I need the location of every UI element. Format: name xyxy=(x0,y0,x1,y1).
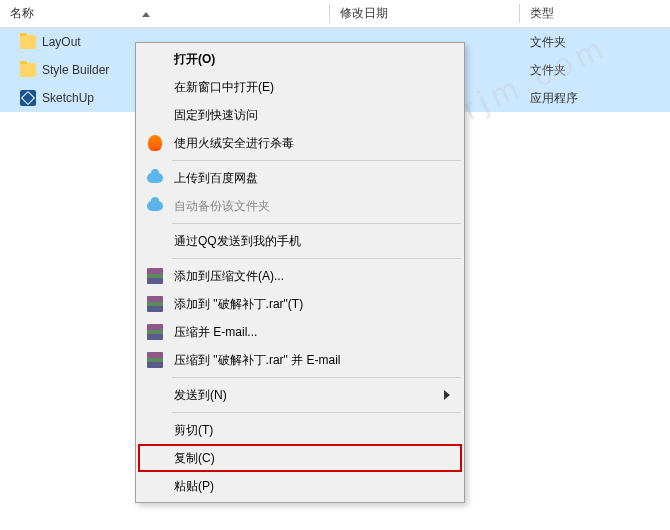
menu-send-to[interactable]: 发送到(N) xyxy=(138,381,462,409)
folder-icon xyxy=(20,35,36,49)
menu-pin-quick-access[interactable]: 固定到快速访问 xyxy=(138,101,462,129)
folder-icon xyxy=(20,63,36,77)
menu-separator xyxy=(172,377,461,378)
menu-rar-add[interactable]: 添加到压缩文件(A)... xyxy=(138,262,462,290)
menu-rar-email[interactable]: 压缩并 E-mail... xyxy=(138,318,462,346)
menu-new-window[interactable]: 在新窗口中打开(E) xyxy=(138,73,462,101)
column-headers: 名称 修改日期 类型 xyxy=(0,0,670,28)
menu-scan-virus[interactable]: 使用火绒安全进行杀毒 xyxy=(138,129,462,157)
rar-icon xyxy=(147,324,163,340)
column-type[interactable]: 类型 xyxy=(520,0,670,27)
context-menu: 打开(O) 在新窗口中打开(E) 固定到快速访问 使用火绒安全进行杀毒 上传到百… xyxy=(135,42,465,503)
menu-separator xyxy=(172,258,461,259)
rar-icon xyxy=(147,268,163,284)
rar-icon xyxy=(147,352,163,368)
rar-icon xyxy=(147,296,163,312)
column-date[interactable]: 修改日期 xyxy=(330,0,520,27)
menu-auto-backup[interactable]: 自动备份该文件夹 xyxy=(138,192,462,220)
menu-rar-add-named[interactable]: 添加到 "破解补丁.rar"(T) xyxy=(138,290,462,318)
column-name-label: 名称 xyxy=(10,5,34,22)
file-type: 应用程序 xyxy=(520,90,670,107)
menu-copy[interactable]: 复制(C) xyxy=(138,444,462,472)
menu-paste[interactable]: 粘贴(P) xyxy=(138,472,462,500)
menu-separator xyxy=(172,223,461,224)
cloud-icon xyxy=(147,201,163,211)
menu-rar-compress-email[interactable]: 压缩到 "破解补丁.rar" 并 E-mail xyxy=(138,346,462,374)
menu-upload-baidu[interactable]: 上传到百度网盘 xyxy=(138,164,462,192)
file-type: 文件夹 xyxy=(520,62,670,79)
file-name: Style Builder xyxy=(42,63,109,77)
fire-icon xyxy=(148,135,162,151)
menu-open[interactable]: 打开(O) xyxy=(138,45,462,73)
column-name[interactable]: 名称 xyxy=(0,0,330,27)
sort-ascending-icon xyxy=(142,12,150,17)
column-type-label: 类型 xyxy=(530,5,554,22)
menu-cut[interactable]: 剪切(T) xyxy=(138,416,462,444)
cloud-icon xyxy=(147,173,163,183)
menu-qq-send[interactable]: 通过QQ发送到我的手机 xyxy=(138,227,462,255)
file-name: LayOut xyxy=(42,35,81,49)
sketchup-icon xyxy=(20,90,36,106)
menu-separator xyxy=(172,412,461,413)
file-type: 文件夹 xyxy=(520,34,670,51)
column-date-label: 修改日期 xyxy=(340,5,388,22)
chevron-right-icon xyxy=(444,390,450,400)
file-name: SketchUp xyxy=(42,91,94,105)
menu-separator xyxy=(172,160,461,161)
